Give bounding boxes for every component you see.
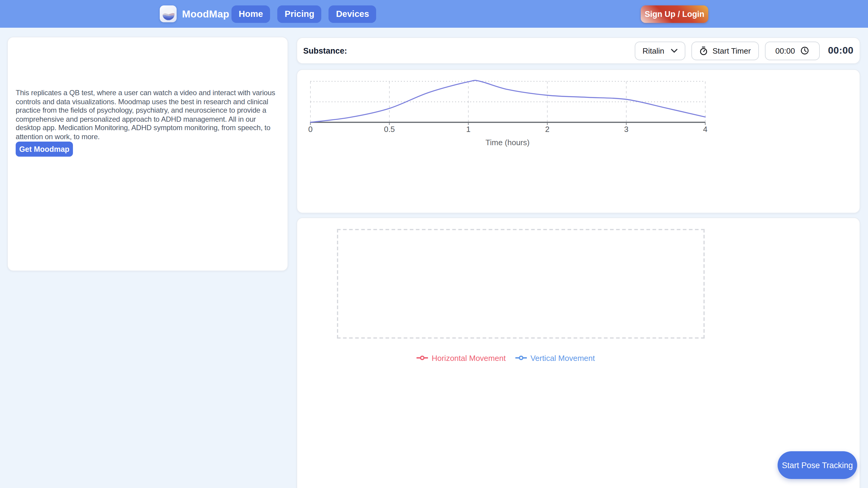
stopwatch-icon xyxy=(699,46,708,55)
signup-login-button[interactable]: Sign Up / Login xyxy=(641,5,708,23)
nav-button-devices[interactable]: Devices xyxy=(329,5,376,23)
pose-tracking-card: Horizontal Movement Vertical Movement St… xyxy=(297,218,860,488)
brand-name: MoodMap xyxy=(182,0,229,28)
start-timer-label: Start Timer xyxy=(712,46,751,55)
legend-vertical-label: Vertical Movement xyxy=(530,353,595,362)
elapsed-timer-display: 00:00 xyxy=(828,45,854,56)
x-tick-label: 0.5 xyxy=(384,125,395,134)
intro-card: This replicates a QB test, where a user … xyxy=(7,37,288,271)
moodmap-app: MoodMap Home Pricing Devices Sign Up / L… xyxy=(0,0,868,488)
dose-time-input[interactable]: 00:00 xyxy=(765,41,819,60)
nav-button-pricing[interactable]: Pricing xyxy=(278,5,321,23)
logo-waves-icon xyxy=(162,7,175,20)
pose-chart-legend: Horizontal Movement Vertical Movement xyxy=(322,353,689,363)
chart-x-axis-title: Time (hours) xyxy=(486,138,530,147)
concentration-chart-card: 00.51234 Time (hours) xyxy=(297,69,860,213)
substance-select-value: Ritalin xyxy=(643,46,664,55)
top-navbar: MoodMap Home Pricing Devices Sign Up / L… xyxy=(0,0,868,28)
dose-time-value: 00:00 xyxy=(775,46,795,55)
pose-chart-placeholder xyxy=(337,229,705,338)
x-tick-label: 1 xyxy=(466,125,470,134)
legend-horizontal-label: Horizontal Movement xyxy=(432,353,506,362)
toolbar-controls: Ritalin Start Timer 00:00 xyxy=(635,41,854,60)
substance-label: Substance: xyxy=(303,46,347,55)
x-tick-label: 3 xyxy=(624,125,628,134)
get-moodmap-button[interactable]: Get Moodmap xyxy=(16,141,73,157)
start-timer-button[interactable]: Start Timer xyxy=(691,41,758,60)
legend-line-dot-icon xyxy=(416,355,428,361)
legend-horizontal-movement[interactable]: Horizontal Movement xyxy=(416,353,506,363)
substance-select[interactable]: Ritalin xyxy=(635,41,685,60)
moodmap-logo[interactable] xyxy=(160,5,177,22)
main-nav: Home Pricing Devices xyxy=(231,5,376,23)
substance-toolbar: Substance: Ritalin Start Timer xyxy=(297,37,860,64)
x-tick-label: 0 xyxy=(308,125,313,134)
concentration-line-chart xyxy=(297,70,861,214)
legend-line-dot-icon xyxy=(516,355,527,361)
intro-text: This replicates a QB test, where a user … xyxy=(16,89,281,141)
start-pose-tracking-button[interactable]: Start Pose Tracking xyxy=(778,451,857,479)
legend-vertical-movement[interactable]: Vertical Movement xyxy=(516,353,595,363)
clock-icon xyxy=(801,46,809,55)
x-tick-label: 4 xyxy=(703,125,707,134)
nav-button-home[interactable]: Home xyxy=(231,5,270,23)
chevron-down-icon xyxy=(671,48,678,53)
x-tick-label: 2 xyxy=(545,125,550,134)
